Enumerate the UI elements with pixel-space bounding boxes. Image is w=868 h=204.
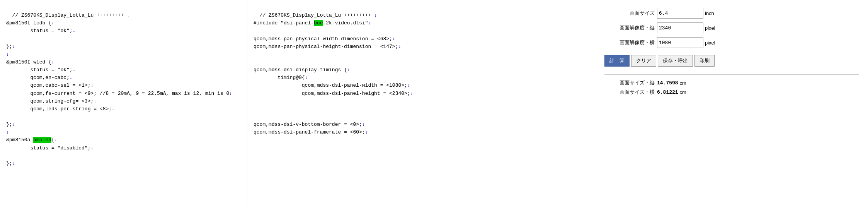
screen-size-input[interactable]: [657, 8, 703, 19]
resolution-width-unit: pixel: [705, 40, 715, 46]
left-code-panel: // ZS670KS_Display_Lotta_Lu +++++++++ ↓ …: [0, 0, 247, 204]
resolution-height-row: 画面解像度・縦 pixel: [604, 22, 859, 33]
clear-button[interactable]: クリア: [631, 55, 656, 67]
left-code-text: // ZS670KS_Display_Lotta_Lu +++++++++ ↓ …: [6, 12, 232, 174]
save-load-button[interactable]: 保存・呼出: [658, 55, 693, 67]
result-width-label: 画面サイズ・横: [604, 89, 655, 96]
result-height-unit: cm: [680, 80, 686, 86]
result-height-row: 画面サイズ・縦 14.7598 cm: [604, 79, 859, 86]
resolution-width-label: 画面解像度・横: [604, 39, 655, 46]
result-height-label: 画面サイズ・縦: [604, 79, 655, 86]
screen-size-label: 画面サイズ: [604, 10, 655, 17]
right-panel: 画面サイズ inch 画面解像度・縦 pixel 画面解像度・横 pixel 計…: [595, 0, 868, 204]
result-height-value: 14.7598: [657, 80, 678, 86]
divider: [604, 74, 859, 75]
buttons-row: 計 算 クリア 保存・呼出 印刷: [604, 55, 859, 67]
print-button[interactable]: 印刷: [694, 55, 715, 67]
result-width-row: 画面サイズ・横 6.81221 cm: [604, 89, 859, 96]
resolution-height-label: 画面解像度・縦: [604, 24, 655, 31]
calculate-button[interactable]: 計 算: [604, 55, 630, 67]
result-width-value: 6.81221: [657, 89, 678, 95]
resolution-height-input[interactable]: [657, 22, 703, 33]
resolution-width-row: 画面解像度・横 pixel: [604, 37, 859, 48]
middle-code-panel: // ZS670KS_Display_Lotta_Lu +++++++++ ↓ …: [247, 0, 595, 204]
result-width-unit: cm: [680, 89, 686, 95]
resolution-height-unit: pixel: [705, 25, 715, 31]
screen-size-row: 画面サイズ inch: [604, 8, 859, 19]
middle-code-text: // ZS670KS_Display_Lotta_Lu +++++++++ ↓ …: [254, 12, 413, 143]
resolution-width-input[interactable]: [657, 37, 703, 48]
screen-size-unit: inch: [705, 10, 714, 16]
